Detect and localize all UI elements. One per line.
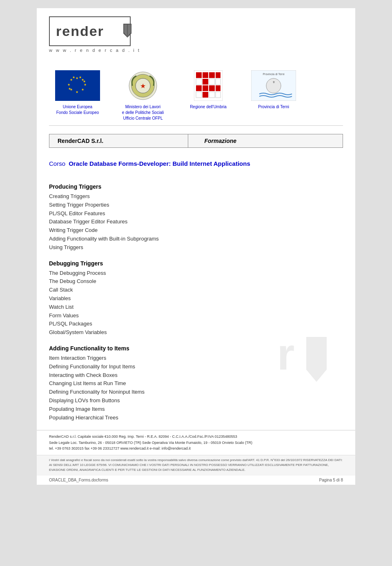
svg-text:★: ★ <box>84 83 87 87</box>
italian-logo-item: ★ Ministero dei Lavorie delle Politiche … <box>114 69 172 121</box>
website-text: w w w . r e n d e r c a d . i t <box>49 48 343 53</box>
list-item: Global/System Variables <box>49 328 343 337</box>
list-item: Defining Functionality for Noninput Item… <box>49 388 343 397</box>
footer-line1: RenderCAD s.r.l. Capitale sociale €10.00… <box>49 434 343 439</box>
svg-text:★: ★ <box>76 90 78 94</box>
eu-flag-svg: ★ ★ ★ ★ ★ ★ ★ ★ ★ ★ ★ ★ <box>61 74 94 97</box>
list-item: Writing Trigger Code <box>49 226 343 235</box>
umbria-box <box>184 69 233 102</box>
svg-rect-35 <box>216 79 220 85</box>
section-adding: Adding Functionality to Items Item Inter… <box>49 345 343 422</box>
course-prefix: Corso <box>49 160 65 167</box>
company-name: RenderCAD S.r.l. <box>49 134 188 147</box>
eu-flag-box: ★ ★ ★ ★ ★ ★ ★ ★ ★ ★ ★ ★ <box>55 70 100 101</box>
svg-text:⚜: ⚜ <box>272 80 275 84</box>
svg-text:★: ★ <box>67 83 70 87</box>
list-item: Database Trigger Editor Features <box>49 218 343 226</box>
eu-logo-item: ★ ★ ★ ★ ★ ★ ★ ★ ★ ★ ★ ★ <box>49 69 106 116</box>
svg-rect-23 <box>203 72 208 78</box>
list-item: Adding Functionality with Built-in Subpr… <box>49 235 343 243</box>
list-item: Watch List <box>49 303 343 312</box>
svg-text:render: render <box>56 23 104 39</box>
list-item: Creating Triggers <box>49 192 343 201</box>
footer: RenderCAD s.r.l. Capitale sociale €10.00… <box>37 430 355 455</box>
svg-rect-22 <box>196 72 202 78</box>
province-box: Provincia di Terni ⚜ <box>249 69 298 102</box>
svg-text:★: ★ <box>72 76 75 79</box>
logo-box: render <box>49 16 131 46</box>
svg-text:★: ★ <box>81 88 84 91</box>
svg-rect-36 <box>216 85 220 91</box>
header: render w w w . r e n d e r c a d . i t <box>37 8 355 61</box>
province-logo-item: Provincia di Terni ⚜ Provincia di Terni <box>245 69 302 110</box>
page-bottom-bar: ORACLE_DBA_Forms.docforms Pagina 5 di 8 <box>37 475 355 485</box>
svg-rect-32 <box>203 92 208 98</box>
umbria-svg <box>194 70 223 101</box>
svg-text:★: ★ <box>83 80 86 83</box>
list-item: Populating Image Items <box>49 405 343 414</box>
svg-rect-28 <box>196 85 202 91</box>
footer-small: I Vostri dati anagrafici e fiscali sono … <box>37 455 355 475</box>
course-title-area: Corso Oracle Database Forms-Developer: B… <box>37 156 355 171</box>
svg-text:★: ★ <box>76 76 78 80</box>
svg-rect-37 <box>216 92 220 98</box>
svg-rect-27 <box>209 79 215 85</box>
filename: ORACLE_DBA_Forms.docforms <box>49 478 108 482</box>
svg-text:★: ★ <box>68 87 71 91</box>
logo-svg: render <box>54 20 131 41</box>
list-item: Call Stack <box>49 286 343 294</box>
list-item: Variables <box>49 294 343 303</box>
umbria-caption: Regione dell'Umbria <box>190 104 227 110</box>
svg-rect-24 <box>209 72 215 78</box>
section-producing: Producing Triggers Creating Triggers Set… <box>49 183 343 252</box>
svg-rect-29 <box>203 85 208 91</box>
svg-rect-30 <box>209 85 215 91</box>
footer-line3: tel. +39 0763 302015 fax +39 06 23312727… <box>49 446 343 451</box>
svg-text:Provincia di Terni: Provincia di Terni <box>263 73 285 76</box>
section-items-adding: Item Interaction Triggers Defining Funct… <box>49 354 343 422</box>
footer-small-text: I Vostri dati anagrafici e fiscali sono … <box>49 458 343 472</box>
list-item: PL/SQL Editor Features <box>49 209 343 218</box>
list-item: The Debug Console <box>49 277 343 286</box>
svg-rect-25 <box>196 79 202 85</box>
italian-caption: Ministero dei Lavorie delle Politiche So… <box>122 104 164 121</box>
company-banner: RenderCAD S.r.l. Formazione <box>49 134 343 148</box>
list-item: Changing List Items at Run Time <box>49 379 343 388</box>
province-caption: Provincia di Terni <box>258 104 289 110</box>
section-heading-producing: Producing Triggers <box>49 183 343 190</box>
svg-text:★: ★ <box>79 76 82 79</box>
list-item: Interacting with Check Boxes <box>49 371 343 380</box>
page: render w w w . r e n d e r c a d . i t <box>37 8 355 485</box>
svg-rect-31 <box>196 92 202 98</box>
list-item: PL/SQL Packages <box>49 320 343 328</box>
section-debugging: Debugging Triggers The Debugging Process… <box>49 260 343 337</box>
list-item: Setting Trigger Properties <box>49 201 343 209</box>
page-number: Pagina 5 di 8 <box>319 478 343 482</box>
svg-rect-33 <box>209 92 215 98</box>
section-items-producing: Creating Triggers Setting Trigger Proper… <box>49 192 343 252</box>
svg-rect-26 <box>203 79 208 85</box>
province-svg: Provincia di Terni ⚜ <box>251 70 296 101</box>
list-item: The Debugging Process <box>49 269 343 278</box>
eu-flag: ★ ★ ★ ★ ★ ★ ★ ★ ★ ★ ★ ★ <box>53 69 102 102</box>
umbria-logo-item: Regione dell'Umbria <box>180 69 237 110</box>
list-item: Defining Functionality for Input Items <box>49 363 343 371</box>
company-label: Formazione <box>188 134 343 147</box>
section-heading-debugging: Debugging Triggers <box>49 260 343 267</box>
content-area: Producing Triggers Creating Triggers Set… <box>37 171 355 430</box>
italian-coat-svg: ★ <box>127 70 159 101</box>
course-name: Oracle Database Forms-Developer: Build I… <box>69 160 250 167</box>
italian-coat-box: ★ <box>118 69 167 102</box>
divider <box>49 125 343 126</box>
list-item: Using Triggers <box>49 243 343 252</box>
logo-area: render w w w . r e n d e r c a d . i t <box>49 16 343 53</box>
list-item: Form Values <box>49 312 343 320</box>
list-item: Item Interaction Triggers <box>49 354 343 363</box>
footer-line2: Sede Legale Loc. Tamburino, 26 - 05018 O… <box>49 440 343 446</box>
list-item: Displaying LOVs from Buttons <box>49 397 343 405</box>
svg-text:★: ★ <box>140 82 146 89</box>
section-heading-adding: Adding Functionality to Items <box>49 345 343 352</box>
logos-row: ★ ★ ★ ★ ★ ★ ★ ★ ★ ★ ★ ★ <box>37 69 355 121</box>
eu-caption: Unione EuropeaFondo Sociale Europeo <box>56 104 99 116</box>
svg-rect-34 <box>216 72 220 78</box>
